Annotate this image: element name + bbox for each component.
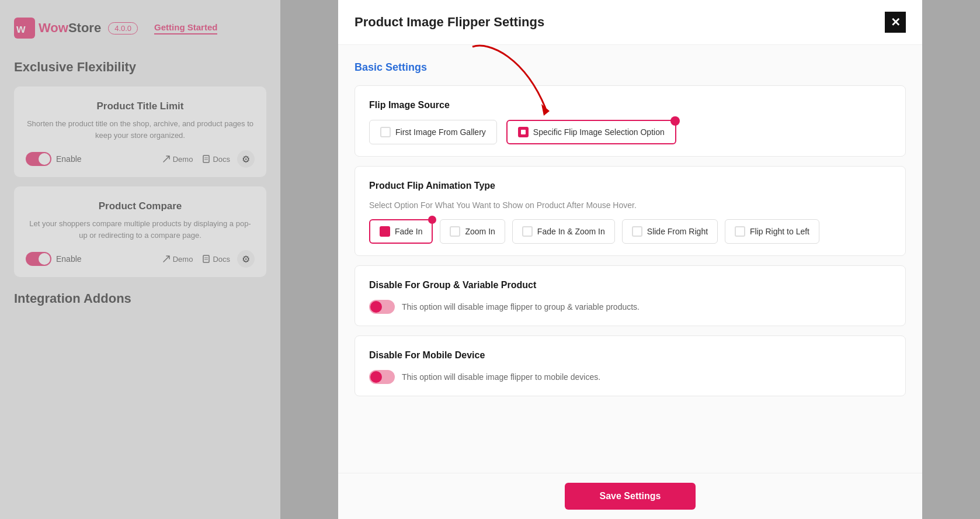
anim-flip-rtl-label: Flip Right to Left	[750, 227, 809, 236]
anim-zoom-in-label: Zoom In	[465, 227, 495, 236]
flip-image-source-options: First Image From Gallery Specific Flip I…	[369, 120, 891, 144]
anim-zoom-in[interactable]: Zoom In	[440, 219, 505, 244]
anim-dot-fade-zoom	[522, 226, 533, 237]
option-first-image-label: First Image From Gallery	[395, 127, 486, 137]
anim-slide-right[interactable]: Slide From Right	[622, 219, 718, 244]
anim-fade-zoom[interactable]: Fade In & Zoom In	[512, 219, 615, 244]
anim-dot-zoom-in	[450, 226, 460, 237]
disable-group-desc: This option will disable image flipper t…	[402, 302, 640, 312]
basic-settings-heading: Basic Settings	[355, 61, 906, 74]
disable-mobile-toggle[interactable]	[369, 370, 395, 384]
radio-dot-specific-flip	[518, 127, 529, 137]
modal-header: Product Image Flipper Settings ✕	[338, 0, 922, 45]
anim-flip-rtl[interactable]: Flip Right to Left	[725, 219, 819, 244]
disable-mobile-desc: This option will disable image flipper t…	[402, 372, 600, 382]
disable-mobile-card: Disable For Mobile Device This option wi…	[355, 335, 906, 396]
flip-image-source-title: Flip Image Source	[369, 100, 891, 110]
option-first-image[interactable]: First Image From Gallery	[369, 120, 497, 144]
flip-image-source-card: Flip Image Source First Image From Galle…	[355, 85, 906, 157]
disable-group-title: Disable For Group & Variable Product	[369, 280, 891, 290]
option-specific-flip-label: Specific Flip Image Selection Option	[533, 127, 665, 137]
left-panel-overlay	[0, 0, 280, 519]
disable-group-toggle-row: This option will disable image flipper t…	[369, 300, 891, 314]
save-button[interactable]: Save Settings	[565, 483, 696, 510]
anim-dot-flip-rtl	[735, 226, 745, 237]
animation-options: Fade In Zoom In Fade In & Zoom In	[369, 219, 891, 244]
anim-dot-slide-right	[632, 226, 642, 237]
anim-slide-right-label: Slide From Right	[647, 227, 708, 236]
modal-footer: Save Settings	[338, 473, 922, 519]
anim-selected-dot-fade-in	[428, 216, 436, 224]
anim-fade-in[interactable]: Fade In	[369, 219, 433, 244]
disable-group-card: Disable For Group & Variable Product Thi…	[355, 265, 906, 326]
left-panel: w WowStore 4.0.0 Getting Started Exclusi…	[0, 0, 280, 519]
anim-dot-fade-in	[380, 226, 390, 237]
radio-dot-first-image	[380, 127, 391, 137]
animation-type-card: Product Flip Animation Type Select Optio…	[355, 166, 906, 256]
close-button[interactable]: ✕	[885, 12, 906, 33]
option-specific-flip[interactable]: Specific Flip Image Selection Option	[506, 120, 676, 144]
anim-fade-in-label: Fade In	[395, 227, 422, 236]
modal-body: Basic Settings Flip Image Source First I…	[338, 45, 922, 519]
anim-fade-zoom-label: Fade In & Zoom In	[537, 227, 605, 236]
disable-mobile-toggle-row: This option will disable image flipper t…	[369, 370, 891, 384]
disable-mobile-title: Disable For Mobile Device	[369, 350, 891, 361]
modal-title: Product Image Flipper Settings	[355, 15, 544, 30]
animation-type-desc: Select Option For What You Want to Show …	[369, 200, 891, 210]
selected-indicator-specific	[670, 116, 680, 126]
disable-group-toggle[interactable]	[369, 300, 395, 314]
animation-type-title: Product Flip Animation Type	[369, 181, 891, 191]
modal-overlay: Product Image Flipper Settings ✕ Basic S…	[280, 0, 980, 519]
modal: Product Image Flipper Settings ✕ Basic S…	[338, 0, 922, 519]
